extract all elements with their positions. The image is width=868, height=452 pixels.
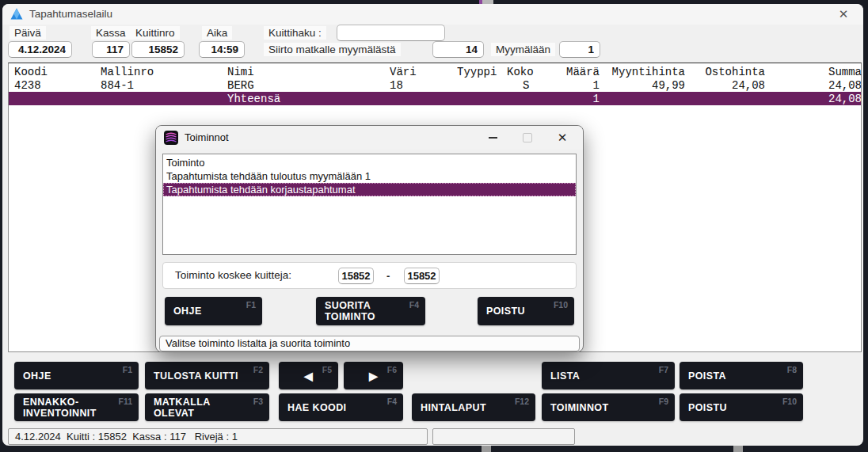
range-from-input[interactable] — [338, 268, 374, 284]
table-cell: 4238 — [10, 79, 101, 92]
lista-button[interactable]: LISTA F7 — [542, 362, 675, 389]
total-row: Yhteensä 1 24,08 — [9, 92, 861, 105]
table-header-cell: Väri — [390, 66, 457, 78]
status-bar-right — [432, 428, 575, 445]
fkey-badge: F6 — [387, 365, 397, 374]
fkey-badge: F3 — [253, 397, 263, 406]
title-bar: Tapahtumaselailu ✕ — [2, 4, 863, 25]
dialog-ohje-button[interactable]: OHJE F1 — [165, 297, 262, 325]
table-header-cell: Mallinro — [101, 66, 227, 78]
tulosta-kuitti-button[interactable]: TULOSTA KUITTI F2 — [145, 362, 269, 389]
window-title: Tapahtumaselailu — [29, 8, 112, 20]
fkey-badge: F10 — [554, 300, 568, 310]
fkey-badge: F4 — [409, 300, 419, 310]
poista-button[interactable]: POISTA F8 — [680, 362, 803, 389]
table-cell: 24,08 — [765, 79, 862, 92]
myymalaan-input[interactable] — [559, 41, 600, 58]
hintalaput-button[interactable]: HINTALAPUT F12 — [412, 393, 535, 421]
action-list[interactable]: Toiminto Tapahtumista tehdään tuloutus m… — [162, 154, 577, 255]
table-header-cell: Nimi — [227, 66, 390, 78]
arrow-right-icon: ▶ — [369, 370, 378, 382]
dialog-title: Toiminnot — [185, 131, 229, 143]
app-icon — [10, 7, 24, 21]
range-to-input[interactable] — [404, 268, 440, 284]
table-row[interactable]: 4238 884-1 BERG 18 S 1 49,99 24,08 24,08 — [10, 79, 862, 92]
range-dash: - — [386, 270, 390, 282]
fkey-badge: F11 — [118, 397, 132, 406]
total-maara: 1 — [564, 93, 600, 105]
fkey-badge: F12 — [515, 397, 529, 406]
table-cell: 1 — [564, 79, 600, 92]
toiminnot-dialog: Toiminnot ✕ Toiminto Tapahtumista tehdää… — [155, 125, 584, 352]
fkey-badge: F4 — [387, 397, 397, 406]
dialog-app-icon — [164, 131, 178, 145]
siirto-label: Siirto matkalle myymälästä — [264, 43, 401, 56]
background-artifact — [482, 446, 491, 452]
matkalla-olevat-button[interactable]: MATKALLA OLEVAT F3 — [145, 393, 269, 421]
prev-receipt-button[interactable]: ◀ F5 — [279, 362, 338, 389]
table-cell: 24,08 — [685, 79, 765, 92]
suorita-toiminto-button[interactable]: SUORITA TOIMINTO F4 — [316, 297, 425, 325]
table-cell: 884-1 — [101, 79, 227, 92]
table-header-cell: Myyntihinta — [600, 66, 685, 78]
table-header-cell: Määrä — [564, 66, 600, 78]
maximize-icon — [523, 133, 532, 142]
fkey-badge: F7 — [659, 365, 668, 374]
table-cell — [457, 79, 501, 92]
status-bar-left: 4.12.2024 Kuitti : 15852 Kassa : 117 Riv… — [8, 428, 428, 445]
background-artifact — [733, 446, 743, 452]
table-cell: 49,99 — [600, 79, 685, 92]
fkey-badge: F9 — [659, 397, 668, 406]
range-panel: Toiminto koskee kuitteja: - — [162, 262, 577, 289]
range-label: Toiminto koskee kuitteja: — [175, 269, 291, 281]
toiminnot-button[interactable]: TOIMINNOT F9 — [542, 393, 675, 421]
total-summa: 24,08 — [765, 93, 862, 105]
fkey-badge: F2 — [253, 365, 263, 374]
dialog-status-bar: Valitse toiminto listalta ja suorita toi… — [159, 336, 580, 351]
poistu-button[interactable]: POISTU F10 — [680, 393, 803, 421]
kuittihaku-label: Kuittihaku : — [264, 26, 326, 40]
table-header-cell: Summa — [765, 66, 862, 78]
kassa-input[interactable] — [92, 41, 130, 58]
fkey-badge: F1 — [123, 365, 132, 374]
table-header-cell: Ostohinta — [685, 66, 765, 78]
fkey-badge: F5 — [322, 365, 332, 374]
paiva-input[interactable] — [8, 41, 72, 58]
list-item-selected[interactable]: Tapahtumista tehdään korjaustapahtumat — [163, 183, 576, 196]
arrow-left-icon: ◀ — [304, 370, 313, 382]
close-icon[interactable]: ✕ — [833, 6, 854, 22]
kuittinro-input[interactable] — [131, 41, 185, 58]
kuittinro-label: Kuittinro — [131, 26, 180, 40]
siirto-myymalasta-input[interactable] — [432, 41, 484, 58]
table-header-cell: Koodi — [10, 66, 101, 78]
table-header-row: Koodi Mallinro Nimi Väri Tyyppi Koko Mää… — [10, 66, 862, 78]
dialog-close-icon[interactable]: ✕ — [553, 130, 572, 146]
table-cell: BERG — [227, 79, 390, 92]
minimize-icon[interactable] — [489, 137, 497, 139]
myymalaan-label: Myymälään — [491, 43, 555, 56]
kassa-label: Kassa — [91, 26, 131, 40]
next-receipt-button[interactable]: ▶ F6 — [344, 362, 403, 389]
table-cell: 18 — [390, 79, 457, 92]
table-header-cell: Koko — [501, 66, 564, 78]
dialog-title-bar: Toiminnot ✕ — [156, 126, 583, 150]
table-cell: S — [501, 79, 564, 92]
hae-koodi-button[interactable]: HAE KOODI F4 — [279, 393, 403, 421]
fkey-badge: F10 — [782, 397, 797, 406]
paiva-label: Päivä — [10, 26, 46, 40]
kuittihaku-input[interactable] — [337, 25, 445, 41]
list-header: Toiminto — [163, 156, 576, 169]
aika-label: Aika — [202, 26, 232, 40]
fkey-badge: F8 — [787, 365, 797, 374]
ohje-button[interactable]: OHJE F1 — [14, 362, 139, 389]
fkey-badge: F1 — [246, 300, 256, 310]
total-label: Yhteensä — [227, 93, 390, 105]
list-item[interactable]: Tapahtumista tehdään tuloutus myymälään … — [163, 169, 576, 183]
table-header-cell: Tyyppi — [457, 66, 501, 78]
aika-input[interactable] — [199, 41, 245, 58]
dialog-poistu-button[interactable]: POISTU F10 — [478, 297, 574, 325]
ennakko-inventoinnit-button[interactable]: ENNAKKO- INVENTOINNIT F11 — [14, 393, 139, 421]
